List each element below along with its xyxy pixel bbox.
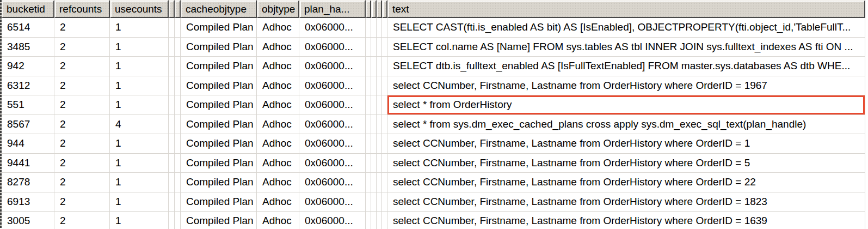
cell-bucketid[interactable]: 551: [2, 95, 54, 114]
column-header-objtype[interactable]: objtype: [257, 0, 299, 18]
spacer-cell[interactable]: [366, 18, 371, 37]
cell-plan_handle[interactable]: 0x06000...: [299, 76, 366, 95]
spacer-cell[interactable]: [377, 173, 382, 192]
cell-usecounts[interactable]: 1: [110, 57, 169, 76]
cell-plan_handle[interactable]: 0x06000...: [299, 173, 366, 192]
spacer-cell[interactable]: [366, 95, 371, 114]
spacer-cell[interactable]: [366, 134, 371, 153]
cell-bucketid[interactable]: 3485: [2, 38, 54, 57]
cell-text[interactable]: select CCNumber, Firstname, Lastname fro…: [387, 212, 865, 229]
spacer-cell[interactable]: [371, 57, 377, 76]
cell-objtype[interactable]: Adhoc: [257, 38, 299, 57]
spacer-cell[interactable]: [169, 57, 175, 76]
spacer-cell[interactable]: [175, 76, 181, 95]
spacer-cell[interactable]: [366, 154, 371, 173]
spacer-cell[interactable]: [377, 95, 382, 114]
column-header-usecounts[interactable]: usecounts: [110, 0, 169, 18]
spacer-cell[interactable]: [377, 38, 382, 57]
spacer-cell[interactable]: [169, 154, 175, 173]
spacer-cell[interactable]: [377, 134, 382, 153]
cell-text[interactable]: select CCNumber, Firstname, Lastname fro…: [387, 192, 865, 212]
spacer-cell[interactable]: [169, 192, 175, 212]
cell-plan_handle[interactable]: 0x06000...: [299, 38, 366, 57]
spacer-cell[interactable]: [169, 134, 175, 153]
spacer-cell[interactable]: [371, 76, 377, 95]
cell-cacheobjtype[interactable]: Compiled Plan: [181, 76, 257, 95]
spacer-cell[interactable]: [382, 154, 387, 173]
cell-text[interactable]: select CCNumber, Firstname, Lastname fro…: [387, 134, 865, 153]
cell-refcounts[interactable]: 2: [54, 115, 110, 134]
column-header-spacer[interactable]: [377, 0, 382, 18]
cell-objtype[interactable]: Adhoc: [257, 212, 299, 229]
cell-objtype[interactable]: Adhoc: [257, 134, 299, 153]
column-header-spacer[interactable]: [382, 0, 387, 18]
spacer-cell[interactable]: [382, 38, 387, 57]
spacer-cell[interactable]: [175, 38, 181, 57]
spacer-cell[interactable]: [175, 57, 181, 76]
cell-usecounts[interactable]: 1: [110, 18, 169, 37]
cell-refcounts[interactable]: 2: [54, 212, 110, 229]
spacer-cell[interactable]: [382, 212, 387, 229]
spacer-cell[interactable]: [175, 154, 181, 173]
column-header-cacheobjtype[interactable]: cacheobjtype: [181, 0, 257, 18]
spacer-cell[interactable]: [175, 95, 181, 114]
cell-plan_handle[interactable]: 0x06000...: [299, 57, 366, 76]
cell-cacheobjtype[interactable]: Compiled Plan: [181, 18, 257, 37]
spacer-cell[interactable]: [169, 173, 175, 192]
cell-objtype[interactable]: Adhoc: [257, 76, 299, 95]
cell-refcounts[interactable]: 2: [54, 134, 110, 153]
spacer-cell[interactable]: [175, 115, 181, 134]
spacer-cell[interactable]: [366, 57, 371, 76]
column-header-spacer[interactable]: [371, 0, 377, 18]
column-header-spacer[interactable]: [175, 0, 181, 18]
cell-bucketid[interactable]: 942: [2, 57, 54, 76]
spacer-cell[interactable]: [382, 192, 387, 212]
spacer-cell[interactable]: [175, 173, 181, 192]
cell-plan_handle[interactable]: 0x06000...: [299, 192, 366, 212]
spacer-cell[interactable]: [366, 212, 371, 229]
cell-plan_handle[interactable]: 0x06000...: [299, 154, 366, 173]
spacer-cell[interactable]: [382, 76, 387, 95]
cell-plan_handle[interactable]: 0x06000...: [299, 115, 366, 134]
cell-cacheobjtype[interactable]: Compiled Plan: [181, 134, 257, 153]
cell-objtype[interactable]: Adhoc: [257, 57, 299, 76]
cell-usecounts[interactable]: 1: [110, 192, 169, 212]
spacer-cell[interactable]: [371, 134, 377, 153]
spacer-cell[interactable]: [175, 18, 181, 37]
cell-usecounts[interactable]: 4: [110, 115, 169, 134]
cell-text[interactable]: select * from sys.dm_exec_cached_plans c…: [387, 115, 865, 134]
spacer-cell[interactable]: [377, 212, 382, 229]
cell-cacheobjtype[interactable]: Compiled Plan: [181, 57, 257, 76]
spacer-cell[interactable]: [371, 18, 377, 37]
spacer-cell[interactable]: [169, 76, 175, 95]
cell-cacheobjtype[interactable]: Compiled Plan: [181, 38, 257, 57]
spacer-cell[interactable]: [382, 115, 387, 134]
spacer-cell[interactable]: [377, 115, 382, 134]
column-header-spacer[interactable]: [169, 0, 175, 18]
cell-bucketid[interactable]: 8567: [2, 115, 54, 134]
cell-plan_handle[interactable]: 0x06000...: [299, 212, 366, 229]
cell-objtype[interactable]: Adhoc: [257, 18, 299, 37]
cell-refcounts[interactable]: 2: [54, 18, 110, 37]
cell-text[interactable]: SELECT CAST(fti.is_enabled AS bit) AS [I…: [387, 18, 865, 37]
spacer-cell[interactable]: [169, 18, 175, 37]
cell-cacheobjtype[interactable]: Compiled Plan: [181, 173, 257, 192]
cell-cacheobjtype[interactable]: Compiled Plan: [181, 154, 257, 173]
cell-refcounts[interactable]: 2: [54, 76, 110, 95]
spacer-cell[interactable]: [169, 212, 175, 229]
cell-objtype[interactable]: Adhoc: [257, 115, 299, 134]
cell-plan_handle[interactable]: 0x06000...: [299, 18, 366, 37]
spacer-cell[interactable]: [382, 134, 387, 153]
spacer-cell[interactable]: [366, 192, 371, 212]
cell-cacheobjtype[interactable]: Compiled Plan: [181, 212, 257, 229]
column-header-plan-handle[interactable]: plan_ha...: [299, 0, 366, 18]
cell-usecounts[interactable]: 1: [110, 95, 169, 114]
spacer-cell[interactable]: [169, 115, 175, 134]
spacer-cell[interactable]: [169, 38, 175, 57]
cell-bucketid[interactable]: 6514: [2, 18, 54, 37]
cell-usecounts[interactable]: 1: [110, 173, 169, 192]
spacer-cell[interactable]: [366, 76, 371, 95]
spacer-cell[interactable]: [377, 192, 382, 212]
cell-text[interactable]: select CCNumber, Firstname, Lastname fro…: [387, 154, 865, 173]
cell-plan_handle[interactable]: 0x06000...: [299, 134, 366, 153]
